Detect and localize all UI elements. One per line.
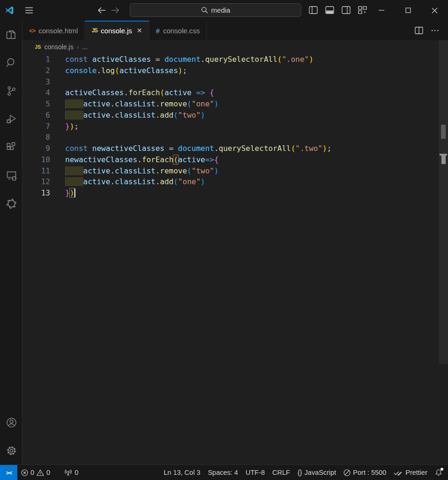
remote-indicator[interactable]: >< — [0, 465, 17, 480]
toggle-panel-icon[interactable] — [324, 5, 335, 15]
live-server-status[interactable]: 0 — [60, 465, 82, 480]
line-content: activeClasses.forEach(active => { — [65, 87, 214, 98]
line-number: 2 — [22, 65, 50, 76]
broadcast-icon — [64, 469, 72, 476]
tab-console-html[interactable]: <> console.html — [22, 21, 85, 40]
port-status[interactable]: Port : 5500 — [340, 465, 390, 480]
tab-close-icon[interactable]: ✕ — [137, 27, 142, 34]
line-content: newactiveClasses.forEach(active=>{ — [65, 154, 219, 165]
toggle-secondary-sidebar-icon[interactable] — [341, 5, 351, 15]
scrollbar[interactable] — [439, 40, 448, 364]
explorer-icon[interactable] — [0, 21, 22, 49]
search-view-icon[interactable] — [0, 49, 22, 77]
line-number: 8 — [22, 132, 50, 143]
code-line[interactable]: 3 — [22, 76, 439, 88]
window-controls — [368, 0, 448, 21]
breadcrumb: JS console.js › ... — [22, 40, 448, 53]
chevron-right-icon: › — [77, 44, 79, 51]
maximize-icon[interactable] — [395, 0, 421, 21]
line-number: 10 — [22, 154, 50, 165]
accounts-icon[interactable] — [0, 408, 22, 436]
circle-slash-icon — [343, 469, 351, 476]
code-line[interactable]: 2console.log(activeClasses); — [22, 65, 439, 76]
line-content: active.classList.add("two") — [65, 110, 205, 121]
line-content: console.log(activeClasses); — [65, 65, 187, 76]
line-number: 9 — [22, 143, 50, 154]
check-all-icon — [394, 470, 403, 476]
search-query-text: media — [211, 6, 231, 14]
line-number: 7 — [22, 121, 50, 132]
line-number: 13 — [22, 188, 50, 199]
line-number: 3 — [22, 76, 50, 88]
editor-group: <> console.html JS console.js ✕ # consol… — [22, 21, 448, 465]
split-editor-icon[interactable] — [415, 27, 423, 34]
menu-icon[interactable] — [24, 5, 34, 15]
breadcrumb-symbol[interactable]: ... — [82, 43, 88, 51]
code-editor[interactable]: 1const activeClasses = document.querySel… — [22, 53, 448, 465]
more-actions-icon[interactable]: ⋯ — [431, 28, 440, 33]
breadcrumb-file[interactable]: console.js — [44, 43, 73, 51]
code-line[interactable]: 5 active.classList.remove("one") — [22, 98, 439, 110]
tab-console-js[interactable]: JS console.js ✕ — [85, 21, 149, 40]
formatter-label: Prettier — [405, 469, 427, 476]
error-icon — [21, 469, 28, 476]
line-content: const activeClasses = document.querySele… — [65, 54, 314, 65]
indentation-status[interactable]: Spaces: 4 — [204, 465, 242, 480]
layout-controls — [308, 5, 367, 15]
chatgpt-icon[interactable] — [0, 189, 22, 218]
go-back-icon[interactable] — [96, 5, 107, 16]
port-label: Port : 5500 — [353, 469, 386, 476]
code-line[interactable]: 13}) — [22, 188, 439, 199]
settings-gear-icon[interactable] — [0, 436, 22, 465]
line-content: active.classList.remove("two") — [65, 165, 219, 177]
code-line[interactable]: 8 — [22, 132, 439, 143]
code-line[interactable]: 12 active.classList.add("one") — [22, 176, 439, 188]
extensions-icon[interactable] — [0, 133, 22, 161]
line-content: }) — [65, 188, 75, 199]
command-center-search[interactable]: media — [130, 3, 301, 17]
activity-bar-spacer — [0, 218, 22, 408]
code-line[interactable]: 9const newactiveClasses = document.query… — [22, 143, 439, 154]
javascript-icon: JS — [91, 27, 97, 34]
tab-label: console.js — [101, 27, 132, 35]
titlebar: media — [0, 0, 448, 21]
scrollbar-thumb[interactable] — [441, 125, 446, 139]
overview-ruler-mark — [441, 156, 446, 164]
warning-icon — [37, 469, 44, 476]
formatter-status[interactable]: Prettier — [390, 465, 431, 480]
code-line[interactable]: 1const activeClasses = document.querySel… — [22, 54, 439, 65]
html-icon: <> — [29, 27, 35, 34]
language-label: JavaScript — [305, 469, 336, 476]
code-line[interactable]: 10newactiveClasses.forEach(active=>{ — [22, 154, 439, 165]
encoding-status[interactable]: UTF-8 — [242, 465, 269, 480]
remote-explorer-icon[interactable] — [0, 161, 22, 189]
close-icon[interactable] — [421, 0, 448, 21]
notifications-bell[interactable] — [431, 465, 448, 480]
code-line[interactable]: 6 active.classList.add("two") — [22, 110, 439, 121]
minimize-icon[interactable] — [368, 0, 395, 21]
code-line[interactable]: 4activeClasses.forEach(active => { — [22, 87, 439, 98]
tab-label: console.html — [38, 27, 78, 35]
tab-bar: <> console.html JS console.js ✕ # consol… — [22, 21, 448, 40]
error-count: 0 — [30, 469, 34, 476]
code-line[interactable]: 11 active.classList.remove("two") — [22, 165, 439, 177]
line-content: active.classList.add("one") — [65, 176, 205, 188]
tab-console-css[interactable]: # console.css — [149, 21, 207, 40]
activity-bar — [0, 21, 22, 465]
language-mode[interactable]: {} JavaScript — [294, 465, 340, 480]
eol-status[interactable]: CRLF — [269, 465, 294, 480]
line-number: 6 — [22, 110, 50, 121]
customize-layout-icon[interactable] — [357, 5, 367, 15]
problems-status[interactable]: 0 0 — [17, 465, 54, 480]
run-and-debug-icon[interactable] — [0, 105, 22, 133]
line-content: }); — [65, 121, 79, 132]
tab-label: console.css — [163, 27, 200, 35]
toggle-primary-sidebar-icon[interactable] — [308, 5, 318, 15]
cursor-position[interactable]: Ln 13, Col 3 — [160, 465, 204, 480]
source-control-icon[interactable] — [0, 77, 22, 105]
line-number: 12 — [22, 176, 50, 188]
go-forward-icon[interactable] — [110, 5, 121, 16]
code-line[interactable]: 7}); — [22, 121, 439, 132]
vscode-logo-icon — [4, 5, 15, 15]
line-number: 11 — [22, 165, 50, 177]
